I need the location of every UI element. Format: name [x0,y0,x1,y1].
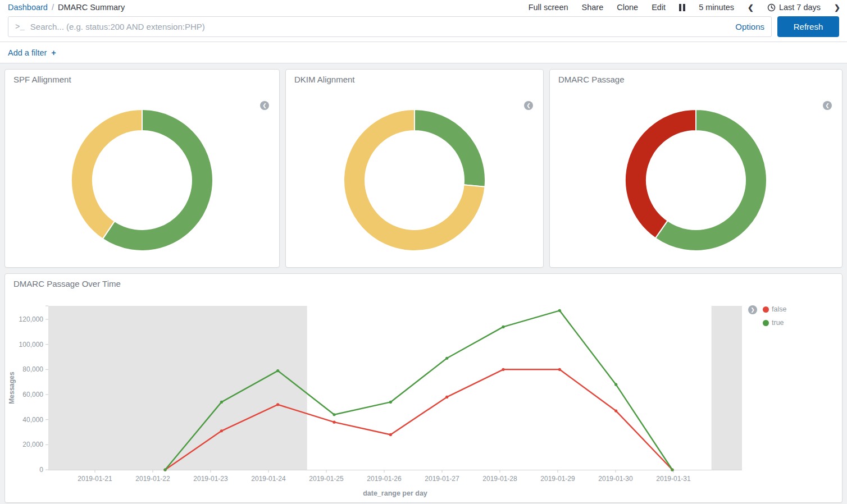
legend-label-true: true [772,319,784,327]
top-menu: Full screen Share Clone Edit 5 minutes ❮… [529,3,840,12]
clone-button[interactable]: Clone [617,3,638,12]
panel-spf-alignment: SPF Allignment ❮ [4,69,280,268]
legend-label-false: false [772,305,786,313]
svg-text:date_range per day: date_range per day [363,489,427,497]
svg-text:2019-01-23: 2019-01-23 [193,475,228,483]
svg-text:60,000: 60,000 [22,391,43,398]
time-forward-chevron-icon[interactable]: ❯ [834,3,840,12]
legend-dot-false [763,306,769,313]
svg-text:0: 0 [39,466,43,474]
filter-bar: Add a filter + [0,42,847,63]
panel-legend-toggle-chevron-left-icon[interactable]: ❮ [524,101,533,110]
legend-item-true[interactable]: true [763,319,786,327]
dmarc-over-time-line-chart[interactable]: 020,00040,00060,00080,000100,000120,0002… [5,274,842,502]
svg-text:2019-01-27: 2019-01-27 [425,475,459,483]
svg-text:2019-01-31: 2019-01-31 [656,475,691,483]
refresh-interval-label[interactable]: 5 minutes [699,3,734,12]
breadcrumb-dashboard-link[interactable]: Dashboard [8,3,48,12]
svg-text:20,000: 20,000 [22,441,43,448]
add-filter-label: Add a filter [8,48,47,57]
legend-item-false[interactable]: false [763,305,786,313]
legend-toggle-chevron-right-icon[interactable]: ❯ [748,305,757,314]
svg-text:2019-01-29: 2019-01-29 [540,475,575,483]
page-title: DMARC Summary [58,3,125,12]
breadcrumb: Dashboard / DMARC Summary [8,3,125,12]
options-link[interactable]: Options [735,22,764,31]
svg-text:120,000: 120,000 [19,315,44,323]
breadcrumb-separator: / [52,3,54,12]
panel-dkim-alignment: DKIM Alignment ❮ [285,69,544,268]
svg-text:2019-01-24: 2019-01-24 [251,475,286,483]
panel-legend-toggle-chevron-left-icon[interactable]: ❮ [823,101,832,110]
dkim-donut-chart[interactable] [339,104,490,256]
clock-icon [767,3,776,12]
svg-text:2019-01-22: 2019-01-22 [135,475,170,483]
svg-text:80,000: 80,000 [22,365,43,373]
top-navigation-bar: Dashboard / DMARC Summary Full screen Sh… [0,0,847,13]
chart-legend: ❯ false true [749,305,786,332]
plus-icon: + [51,48,56,57]
svg-text:100,000: 100,000 [19,341,44,349]
svg-text:40,000: 40,000 [22,416,43,424]
svg-text:Messages: Messages [8,372,16,404]
panel-title: SPF Allignment [5,70,279,84]
query-prompt-icon: >_ [15,22,25,31]
edit-button[interactable]: Edit [652,3,666,12]
svg-text:2019-01-21: 2019-01-21 [78,475,112,483]
panel-dmarc-passage-over-time: DMARC Passage Over Time 020,00040,00060,… [4,273,843,503]
svg-text:2019-01-25: 2019-01-25 [309,475,344,483]
dashboard-canvas: SPF Allignment ❮ DKIM Alignment ❮ DMARC … [0,63,847,504]
search-box[interactable]: >_ Options [8,16,772,37]
svg-text:2019-01-30: 2019-01-30 [598,475,633,483]
legend-dot-true [763,320,769,326]
pause-icon[interactable] [679,4,685,11]
panel-title: DKIM Alignment [286,70,543,84]
time-range-picker[interactable]: Last 7 days [767,3,821,12]
svg-text:2019-01-28: 2019-01-28 [482,475,517,483]
spf-donut-chart[interactable] [66,104,218,256]
panel-legend-toggle-chevron-left-icon[interactable]: ❮ [260,101,269,110]
search-row: >_ Options Refresh [0,13,847,42]
panel-dmarc-passage: DMARC Passage ❮ [549,69,843,268]
search-input[interactable] [30,22,730,31]
full-screen-button[interactable]: Full screen [529,3,568,12]
dmarc-donut-chart[interactable] [620,104,772,256]
panel-title: DMARC Passage [550,70,842,84]
time-back-chevron-icon[interactable]: ❮ [748,3,754,12]
add-filter-link[interactable]: Add a filter + [8,48,56,57]
share-button[interactable]: Share [582,3,604,12]
refresh-button[interactable]: Refresh [777,16,839,37]
time-range-label: Last 7 days [779,3,821,12]
svg-text:2019-01-26: 2019-01-26 [367,475,402,483]
